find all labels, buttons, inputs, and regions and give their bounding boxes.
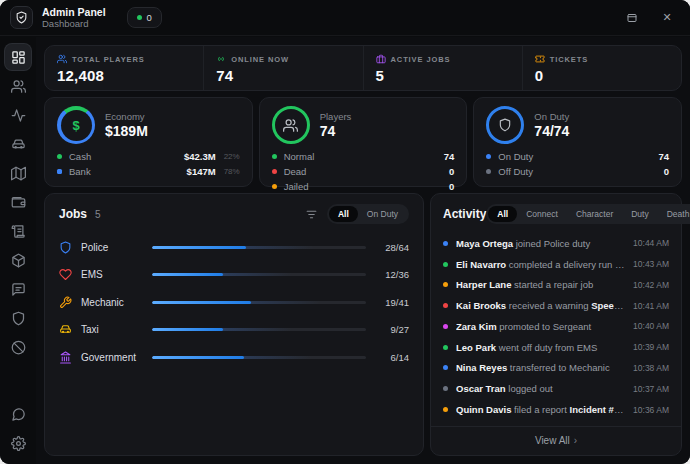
activity-tab-connect[interactable]: Connect	[517, 206, 567, 222]
window-restore-button[interactable]	[619, 6, 645, 30]
activity-tab-death[interactable]: Death	[658, 206, 690, 222]
car-icon	[59, 323, 72, 336]
economy-card: $ Economy $189M Cash$42.3M22%Bank$147M78…	[44, 97, 253, 187]
users-icon	[57, 54, 67, 64]
activity-tab-character[interactable]: Character	[567, 206, 622, 222]
stat-online-now: ONLINE NOW74	[203, 46, 362, 90]
activity-tab-all[interactable]: All	[488, 206, 517, 222]
jobs-filter-tabs: AllOn Duty	[327, 204, 409, 224]
activity-title: Activity	[443, 207, 486, 221]
window-restore-icon	[626, 12, 638, 24]
sidebar-item-map[interactable]	[5, 160, 31, 186]
sidebar-item-security[interactable]	[5, 305, 31, 331]
activity-time: 10:43 AM	[633, 259, 669, 269]
stat-value: 12,408	[57, 67, 191, 84]
main-content: TOTAL PLAYERS12,408ONLINE NOW74ACTIVE JO…	[36, 37, 690, 464]
activity-row: Nina Reyes transferred to Mechanic10:38 …	[443, 362, 669, 373]
view-all-button[interactable]: View All›	[431, 426, 681, 455]
notification-badge: 0	[127, 7, 162, 28]
stats-row: TOTAL PLAYERS12,408ONLINE NOW74ACTIVE JO…	[44, 45, 682, 91]
players-legend: Normal74Dead0Jailed0	[272, 150, 455, 192]
window-close-button[interactable]: ✕	[654, 6, 680, 30]
stat-label-text: TICKETS	[550, 55, 588, 64]
activity-row: Zara Kim promoted to Sergeant10:40 AM	[443, 321, 669, 332]
legend-label: Dead	[284, 166, 307, 177]
job-progress-fill	[152, 246, 246, 249]
activity-text: Eli Navarro completed a delivery run +$2…	[456, 259, 625, 270]
jobs-tab-on-duty[interactable]: On Duty	[358, 206, 407, 222]
job-count: 28/64	[375, 242, 409, 253]
job-progress-fill	[152, 356, 244, 359]
stat-label-text: ACTIVE JOBS	[391, 55, 451, 64]
economy-label: Economy	[105, 111, 148, 122]
job-count: 12/36	[375, 269, 409, 280]
legend-row: Off Duty0	[486, 165, 669, 177]
stat-value: 74	[216, 67, 350, 84]
duty-ring	[486, 106, 524, 144]
app-logo	[10, 6, 33, 29]
sidebar-item-dashboard[interactable]	[5, 44, 31, 70]
sidebar-item-settings[interactable]	[5, 430, 31, 456]
sidebar-bottom	[5, 401, 31, 456]
jobs-title: Jobs	[59, 207, 87, 221]
status-dot	[137, 15, 142, 20]
activity-row: Kai Brooks received a warning Speed viol…	[443, 300, 669, 311]
sidebar-item-bans[interactable]	[5, 334, 31, 360]
job-progress-fill	[152, 273, 223, 276]
legend-label: Normal	[284, 151, 315, 162]
duty-card: On Duty 74/74 On Duty74Off Duty0	[473, 97, 682, 187]
sidebar-item-players[interactable]	[5, 73, 31, 99]
stat-value: 5	[376, 67, 510, 84]
legend-row: Dead0	[272, 165, 455, 177]
sidebar-item-reports[interactable]	[5, 276, 31, 302]
sidebar-item-economy[interactable]	[5, 189, 31, 215]
legend-label: Off Duty	[498, 166, 533, 177]
activity-tab-duty[interactable]: Duty	[622, 206, 657, 222]
players-ring	[272, 106, 310, 144]
car-icon	[11, 137, 26, 152]
stat-label: ACTIVE JOBS	[376, 54, 510, 64]
sidebar-item-activity[interactable]	[5, 102, 31, 128]
activity-text: Quinn Davis filed a report Incident #482…	[456, 404, 625, 415]
users-icon	[283, 118, 298, 133]
legend-label: Cash	[69, 151, 91, 162]
job-row: Government6/14	[59, 350, 409, 364]
activity-row: Leo Park went off duty from EMS10:39 AM	[443, 342, 669, 353]
legend-label: Jailed	[284, 181, 309, 192]
legend-row: Normal74	[272, 150, 455, 162]
legend-dot	[272, 184, 277, 189]
legend-value: 74	[658, 151, 669, 162]
breadcrumb: Dashboard	[42, 18, 106, 29]
filter-icon	[305, 208, 318, 221]
shield-icon	[498, 118, 512, 132]
economy-donut: $	[57, 106, 95, 144]
summary-cards-row: $ Economy $189M Cash$42.3M22%Bank$147M78…	[44, 97, 682, 187]
activity-time: 10:40 AM	[633, 321, 669, 331]
shield-check-icon	[15, 11, 28, 24]
sidebar-item-inventory[interactable]	[5, 247, 31, 273]
activity-card: Activity AllConnectCharacterDutyDeath Ma…	[430, 193, 682, 456]
jobs-tab-all[interactable]: All	[329, 206, 358, 222]
jobs-card: Jobs 5 AllOn Duty Police28/64EMS12/36Mec…	[44, 193, 424, 456]
bottom-row: Jobs 5 AllOn Duty Police28/64EMS12/36Mec…	[44, 193, 682, 456]
job-progress-bar	[152, 356, 366, 359]
activity-highlight: Speed violation	[589, 300, 626, 311]
activity-highlight: +$2,400	[612, 259, 625, 270]
activity-text: Nina Reyes transferred to Mechanic	[456, 362, 625, 373]
stat-label-text: ONLINE NOW	[231, 55, 289, 64]
stat-total-players: TOTAL PLAYERS12,408	[45, 46, 203, 90]
sidebar-item-logs[interactable]	[5, 218, 31, 244]
sidebar-item-chat[interactable]	[5, 401, 31, 427]
activity-dot	[443, 241, 448, 246]
jobs-filter-button[interactable]	[305, 208, 318, 221]
package-icon	[11, 253, 26, 268]
job-count: 9/27	[375, 324, 409, 335]
activity-dot	[443, 262, 448, 267]
users-icon	[11, 79, 26, 94]
activity-dot	[443, 345, 448, 350]
job-count: 6/14	[375, 352, 409, 363]
legend-label: Bank	[69, 166, 91, 177]
job-row: Mechanic19/41	[59, 295, 409, 309]
wallet-icon	[11, 195, 26, 210]
sidebar-item-vehicles[interactable]	[5, 131, 31, 157]
